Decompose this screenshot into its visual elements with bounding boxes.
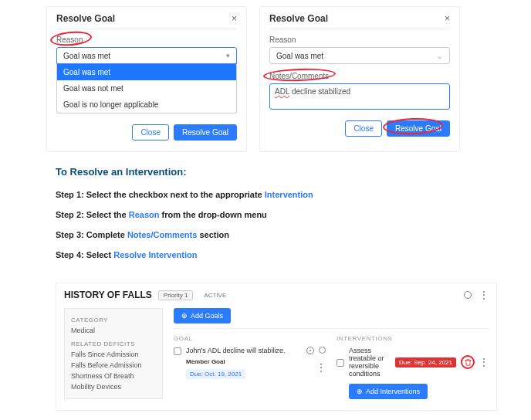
goal-card: GOAL John's ADL decline will stabilize. …	[174, 335, 326, 399]
status-chip: ACTIVE	[199, 291, 231, 300]
notes-label: Notes/Comments	[269, 72, 450, 80]
category-heading: CATEGORY	[71, 317, 156, 323]
close-icon[interactable]: ×	[445, 13, 450, 24]
reason-label: Reason	[269, 36, 450, 44]
reason-option-not-met[interactable]: Goal was not met	[57, 80, 236, 97]
step-1: Step 1: Select the checkbox next to the …	[56, 190, 492, 199]
chevron-down-icon: ⌄	[436, 51, 443, 61]
panel-title: HISTORY OF FALLS	[64, 290, 152, 300]
member-goal-label: Member Goal	[186, 358, 312, 365]
step-3: Step 3: Complete Notes/Comments section	[56, 230, 492, 239]
modal-title: Resolve Goal	[56, 13, 115, 24]
notes-text-adl: ADL	[275, 87, 289, 96]
close-icon[interactable]: ×	[232, 13, 237, 24]
step-4: Step 4: Select Resolve Intervention	[56, 250, 492, 259]
info-icon[interactable]	[464, 291, 472, 299]
notes-text-rest: decline stabilized	[292, 87, 350, 96]
intervention-card: INTERVENTIONS Assess treatable or revers…	[337, 335, 489, 399]
target-icon[interactable]	[306, 347, 314, 354]
step-2: Step 2: Select the Reason from the drop-…	[56, 210, 492, 219]
reason-select-value: Goal was met	[276, 52, 323, 60]
goal-checkbox[interactable]	[174, 347, 181, 355]
intervention-text: Assess treatable or reversible condition…	[349, 347, 391, 378]
resolve-goal-button[interactable]: Resolve Goal	[174, 124, 237, 141]
reason-option-na[interactable]: Goal is no longer applicable	[57, 97, 236, 113]
reason-label: Reason	[56, 36, 237, 44]
resolve-goal-button[interactable]: Resolve Goal	[387, 120, 450, 137]
intervention-due-badge: Due: Sep. 24, 2021	[395, 357, 456, 368]
related-deficits-heading: RELATED DEFICITS	[71, 340, 156, 347]
history-of-falls-panel: HISTORY OF FALLS Priority 1 ACTIVE ⋮ CAT…	[56, 283, 497, 411]
reason-dropdown-panel: Goal was met Goal was not met Goal is no…	[56, 64, 237, 113]
deficit-item: Shortness Of Breath	[71, 372, 156, 380]
intervention-checkbox[interactable]	[337, 359, 344, 367]
reason-option-met[interactable]: Goal was met	[57, 64, 236, 80]
section-title: To Resolve an Intervention:	[56, 166, 492, 178]
plus-icon: ⊕	[357, 388, 363, 395]
close-button[interactable]: Close	[132, 124, 169, 141]
goal-due-badge: Due: Oct. 19, 2021	[186, 369, 245, 379]
reason-link[interactable]: Reason	[129, 210, 160, 219]
priority-chip: Priority 1	[158, 290, 194, 300]
intervention-link[interactable]: Intervention	[265, 190, 313, 199]
plus-icon: ⊕	[181, 312, 188, 320]
notes-link[interactable]: Notes/Comments	[127, 230, 197, 239]
deficit-item: Falls Before Admission	[71, 361, 156, 369]
kebab-menu-icon[interactable]: ⋮	[479, 358, 489, 366]
reason-select[interactable]: Goal was met ⌄	[269, 47, 450, 64]
close-button[interactable]: Close	[345, 120, 382, 137]
notes-label-text: Notes/Comments	[269, 72, 329, 80]
delete-icon[interactable]	[461, 355, 475, 369]
resolve-goal-modal-right: Resolve Goal × Reason Goal was met ⌄ Not…	[259, 6, 460, 152]
resolve-goal-modal-left: Resolve Goal × Reason Goal was met ▾ Goa…	[46, 6, 247, 152]
sidebar-deficits: CATEGORY Medical RELATED DEFICITS Falls …	[64, 308, 163, 399]
deficit-item: Falls Since Admission	[71, 351, 156, 358]
notes-textarea[interactable]: ADL decline stabilized	[269, 83, 450, 110]
reason-label-text: Reason	[56, 36, 83, 44]
reason-select-value: Goal was met	[63, 52, 110, 60]
add-interventions-button[interactable]: ⊕Add Interventions	[349, 384, 428, 399]
modal-title: Resolve Goal	[269, 13, 328, 24]
kebab-menu-icon[interactable]: ⋮	[316, 364, 326, 371]
interventions-heading: INTERVENTIONS	[337, 335, 489, 342]
kebab-menu-icon[interactable]: ⋮	[479, 291, 489, 299]
add-goals-button[interactable]: ⊕Add Goals	[174, 308, 231, 323]
goal-text: John's ADL decline will stabilize.	[186, 347, 302, 354]
goal-heading: GOAL	[174, 335, 326, 342]
deficit-item: Mobility Devices	[71, 383, 156, 391]
chevron-down-icon: ▾	[226, 52, 230, 59]
category-value: Medical	[71, 327, 156, 334]
reason-select[interactable]: Goal was met ▾	[56, 47, 237, 64]
resolve-intervention-link[interactable]: Resolve Intervention	[113, 250, 197, 259]
info-icon[interactable]	[319, 347, 326, 354]
